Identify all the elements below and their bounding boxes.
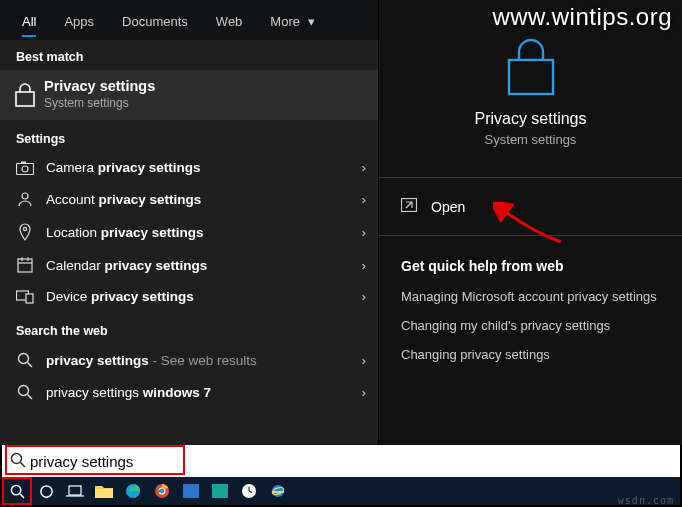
svg-point-2 — [22, 166, 28, 172]
divider — [379, 235, 682, 236]
detail-subtitle: System settings — [485, 132, 577, 147]
taskbar-task-view[interactable] — [62, 479, 88, 503]
tab-documents[interactable]: Documents — [108, 4, 202, 37]
quick-help-title: Get quick help from web — [379, 244, 682, 282]
open-icon — [401, 198, 417, 215]
svg-rect-1 — [17, 163, 34, 174]
web-result-1[interactable]: privacy settings - See web results › — [0, 344, 378, 376]
result-label: Calendar privacy settings — [46, 258, 207, 273]
result-label: privacy settings windows 7 — [46, 385, 211, 400]
svg-point-36 — [272, 485, 284, 497]
settings-result-account[interactable]: Account privacy settings › — [0, 183, 378, 215]
svg-point-5 — [23, 227, 26, 230]
svg-point-4 — [22, 193, 28, 199]
chevron-right-icon: › — [362, 289, 367, 304]
tab-apps[interactable]: Apps — [50, 4, 108, 37]
taskbar-explorer[interactable] — [91, 479, 117, 503]
quick-link[interactable]: Changing my child's privacy settings — [379, 311, 682, 340]
tab-more[interactable]: More ▾ — [256, 4, 328, 37]
chevron-right-icon: › — [362, 353, 367, 368]
annotation-arrow — [493, 202, 563, 248]
svg-point-14 — [19, 386, 29, 396]
search-icon — [14, 384, 36, 400]
chevron-right-icon: › — [362, 192, 367, 207]
taskbar-clock-icon[interactable] — [236, 479, 262, 503]
person-icon — [14, 191, 36, 207]
quick-link[interactable]: Changing privacy settings — [379, 340, 682, 369]
svg-point-12 — [19, 354, 29, 364]
search-icon — [10, 452, 26, 471]
quick-link[interactable]: Managing Microsoft account privacy setti… — [379, 282, 682, 311]
detail-pane: Privacy settings System settings Open Ge… — [378, 0, 682, 445]
camera-icon — [14, 161, 36, 175]
svg-line-22 — [19, 493, 23, 497]
settings-result-calendar[interactable]: Calendar privacy settings › — [0, 249, 378, 281]
search-web-label: Search the web — [0, 312, 378, 344]
svg-rect-16 — [509, 60, 553, 94]
svg-rect-26 — [95, 489, 113, 498]
svg-rect-11 — [26, 294, 33, 303]
settings-result-device[interactable]: Device privacy settings › — [0, 281, 378, 312]
chevron-right-icon: › — [362, 258, 367, 273]
svg-line-20 — [21, 462, 26, 467]
svg-rect-6 — [18, 259, 32, 272]
result-label: Device privacy settings — [46, 289, 194, 304]
search-filter-tabs: All Apps Documents Web More ▾ — [0, 0, 378, 40]
taskbar-app-teal[interactable] — [207, 479, 233, 503]
devices-icon — [14, 290, 36, 304]
settings-result-camera[interactable]: Camera privacy settings › — [0, 152, 378, 183]
settings-result-location[interactable]: Location privacy settings › — [0, 215, 378, 249]
detail-title: Privacy settings — [474, 110, 586, 128]
web-result-2[interactable]: privacy settings windows 7 › — [0, 376, 378, 408]
detail-hero: Privacy settings System settings — [379, 0, 682, 169]
svg-rect-32 — [212, 484, 228, 498]
svg-rect-24 — [69, 486, 81, 495]
chevron-down-icon: ▾ — [308, 14, 315, 29]
chevron-right-icon: › — [362, 385, 367, 400]
tab-web[interactable]: Web — [202, 4, 257, 37]
location-icon — [14, 223, 36, 241]
best-match-result[interactable]: Privacy settings System settings — [0, 70, 378, 120]
taskbar-search-button[interactable] — [4, 479, 30, 503]
chevron-right-icon: › — [362, 225, 367, 240]
search-input[interactable] — [30, 453, 230, 470]
taskbar-ie[interactable] — [265, 479, 291, 503]
settings-label: Settings — [0, 120, 378, 152]
open-label: Open — [431, 199, 465, 215]
svg-point-21 — [11, 485, 20, 494]
result-label: privacy settings - See web results — [46, 353, 257, 368]
chevron-right-icon: › — [362, 160, 367, 175]
taskbar-edge[interactable] — [120, 479, 146, 503]
divider — [379, 177, 682, 178]
taskbar-app-blue[interactable] — [178, 479, 204, 503]
lock-icon — [503, 34, 559, 98]
search-icon — [14, 352, 36, 368]
svg-rect-0 — [16, 92, 34, 106]
open-action[interactable]: Open — [379, 186, 682, 227]
result-label: Account privacy settings — [46, 192, 201, 207]
taskbar-chrome[interactable] — [149, 479, 175, 503]
search-bar — [2, 445, 680, 477]
calendar-icon — [14, 257, 36, 273]
best-match-title: Privacy settings — [44, 78, 155, 94]
result-label: Camera privacy settings — [46, 160, 201, 175]
svg-point-19 — [12, 453, 22, 463]
results-pane: All Apps Documents Web More ▾ Best match… — [0, 0, 378, 445]
taskbar-cortana[interactable] — [33, 479, 59, 503]
svg-line-18 — [406, 202, 412, 208]
svg-line-15 — [28, 395, 33, 400]
lock-icon — [12, 80, 38, 110]
tab-more-label: More — [270, 14, 300, 29]
result-label: Location privacy settings — [46, 225, 204, 240]
svg-rect-31 — [183, 484, 199, 498]
search-panel: All Apps Documents Web More ▾ Best match… — [0, 0, 682, 445]
svg-rect-3 — [21, 161, 26, 163]
svg-point-23 — [40, 485, 51, 496]
svg-line-13 — [28, 363, 33, 368]
taskbar — [2, 477, 680, 505]
best-match-subtitle: System settings — [44, 96, 155, 110]
best-match-label: Best match — [0, 40, 378, 70]
tab-all[interactable]: All — [8, 4, 50, 37]
